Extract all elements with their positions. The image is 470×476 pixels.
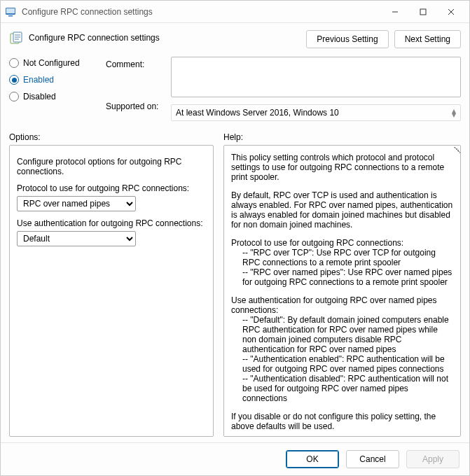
top-grid: Not Configured Enabled Disabled Comment:… — [9, 57, 461, 121]
app-icon — [5, 6, 16, 18]
options-panel: Configure protocol options for outgoing … — [9, 145, 214, 437]
radio-not-configured[interactable]: Not Configured — [9, 58, 100, 68]
radio-label: Disabled — [23, 92, 56, 102]
help-paragraph: By default, RPC over TCP is used and aut… — [231, 190, 453, 230]
protocol-select[interactable]: RPC over named pipes — [17, 196, 136, 211]
help-bullet: -- "Authentication disabled": RPC authen… — [231, 374, 453, 403]
spinner-icon[interactable]: ▴▾ — [452, 108, 456, 117]
auth-select[interactable]: Default — [17, 231, 136, 246]
state-radio-group: Not Configured Enabled Disabled — [9, 57, 100, 102]
radio-icon — [9, 92, 19, 102]
radio-label: Enabled — [23, 75, 54, 85]
radio-label: Not Configured — [23, 58, 80, 68]
help-paragraph: Protocol to use for outgoing RPC connect… — [231, 238, 453, 248]
help-bullet: -- "RPC over TCP": Use RPC over TCP for … — [231, 248, 453, 267]
cancel-button[interactable]: Cancel — [346, 450, 399, 468]
comment-textarea[interactable] — [171, 57, 461, 97]
maximize-button[interactable] — [409, 2, 437, 22]
svg-rect-1 — [6, 8, 15, 13]
next-setting-button[interactable]: Next Setting — [394, 30, 461, 48]
radio-enabled[interactable]: Enabled — [9, 75, 100, 85]
help-bullet: -- "Default": By default domain joined c… — [231, 315, 453, 354]
supported-on-label: Supported on: — [106, 102, 165, 111]
help-panel: This policy setting controls which proto… — [223, 145, 461, 437]
section-labels: Options: Help: — [9, 132, 461, 142]
apply-button[interactable]: Apply — [406, 450, 459, 468]
radio-disabled[interactable]: Disabled — [9, 92, 100, 102]
supported-on-text: At least Windows Server 2016, Windows 10 — [176, 108, 339, 118]
minimize-button[interactable] — [381, 2, 409, 22]
window-title: Configure RPC connection settings — [22, 7, 381, 17]
help-label: Help: — [223, 132, 243, 142]
supported-on-box: At least Windows Server 2016, Windows 10… — [171, 104, 461, 121]
help-paragraph: Use authentication for outgoing RPC over… — [231, 295, 453, 315]
options-intro: Configure protocol options for outgoing … — [17, 157, 206, 176]
policy-icon — [9, 31, 23, 46]
comment-label: Comment: — [106, 59, 165, 69]
protocol-label: Protocol to use for outgoing RPC connect… — [17, 183, 206, 193]
help-paragraph: This policy setting controls which proto… — [231, 153, 453, 182]
dialog-window: Configure RPC connection settings Config… — [0, 0, 470, 476]
help-bullet: -- "Authentication enabled": RPC authent… — [231, 354, 453, 374]
options-label: Options: — [9, 132, 214, 142]
radio-icon — [9, 58, 19, 68]
field-values: At least Windows Server 2016, Windows 10… — [171, 57, 461, 121]
header-row: Configure RPC connection settings Previo… — [9, 30, 461, 48]
svg-rect-2 — [8, 15, 13, 17]
dialog-heading: Configure RPC connection settings — [29, 30, 300, 43]
content-area: Configure RPC connection settings Previo… — [1, 23, 469, 442]
ok-button[interactable]: OK — [286, 450, 339, 468]
svg-rect-4 — [420, 9, 426, 15]
auth-label: Use authentication for outgoing RPC conn… — [17, 218, 206, 228]
titlebar: Configure RPC connection settings — [1, 1, 469, 23]
help-paragraph: If you disable or do not configure this … — [231, 412, 453, 431]
field-labels: Comment: Supported on: — [106, 57, 165, 111]
help-bullet: -- "RPC over named pipes": Use RPC over … — [231, 267, 453, 287]
previous-setting-button[interactable]: Previous Setting — [306, 30, 388, 48]
panels: Configure protocol options for outgoing … — [9, 145, 461, 437]
radio-icon — [9, 75, 19, 85]
close-button[interactable] — [437, 2, 465, 22]
footer: OK Cancel Apply — [1, 442, 469, 475]
